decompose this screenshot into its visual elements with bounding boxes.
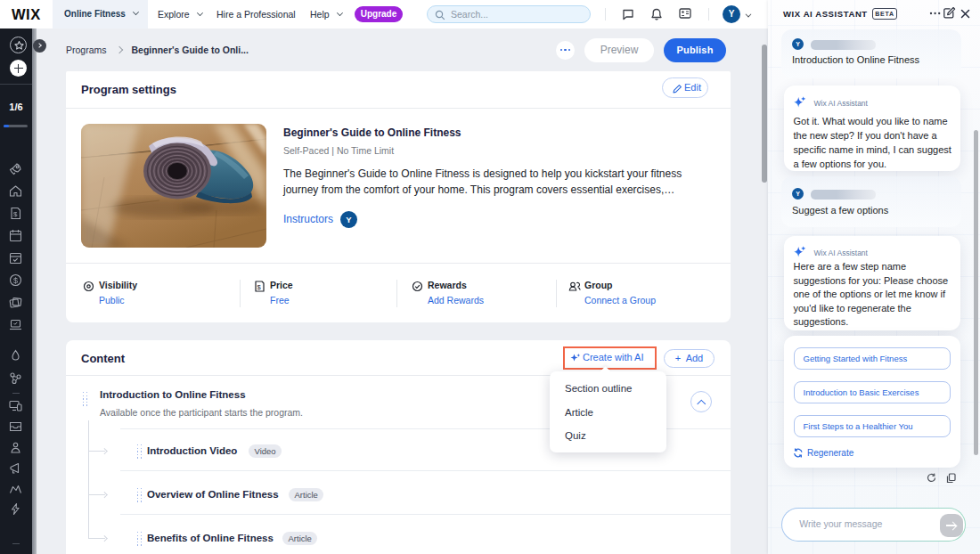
svg-text:$: $ <box>13 276 18 285</box>
svg-text:$: $ <box>257 283 262 291</box>
svg-text:$: $ <box>13 210 18 218</box>
